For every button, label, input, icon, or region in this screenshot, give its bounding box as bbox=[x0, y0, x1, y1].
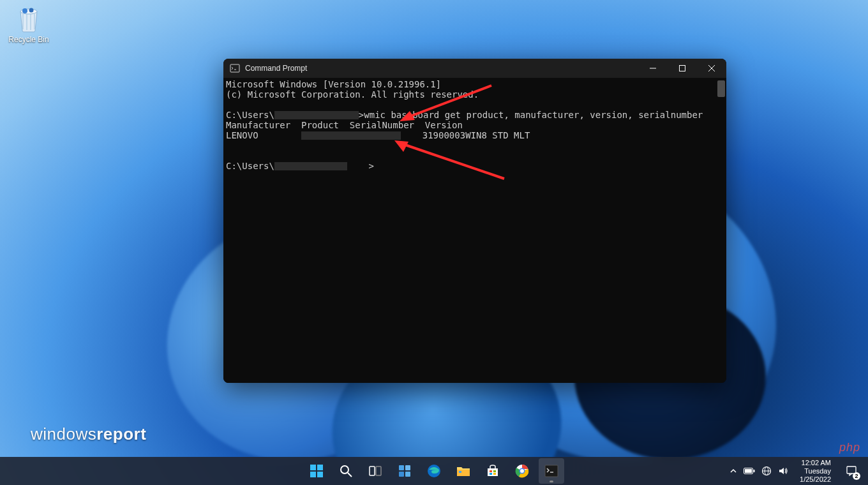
network-icon bbox=[761, 466, 772, 476]
svg-point-33 bbox=[520, 469, 524, 473]
svg-rect-29 bbox=[490, 473, 492, 475]
svg-rect-26 bbox=[459, 471, 461, 473]
svg-point-1 bbox=[22, 8, 27, 13]
svg-marker-9 bbox=[400, 111, 415, 121]
edge-button[interactable] bbox=[421, 458, 447, 484]
command-prompt-taskbar-button[interactable] bbox=[539, 458, 564, 484]
window-titlebar[interactable]: Command Prompt bbox=[223, 59, 726, 78]
svg-line-10 bbox=[403, 144, 504, 179]
window-title: Command Prompt bbox=[245, 64, 307, 73]
vertical-scrollbar[interactable] bbox=[717, 79, 725, 382]
svg-line-8 bbox=[407, 86, 491, 117]
redacted-product-serial bbox=[301, 131, 401, 140]
clock-day: Tuesday bbox=[800, 467, 831, 475]
annotation-arrow bbox=[389, 138, 511, 191]
clock-time: 12:02 AM bbox=[800, 459, 831, 467]
redacted-username bbox=[274, 111, 359, 119]
active-indicator bbox=[550, 481, 553, 482]
task-view-button[interactable] bbox=[363, 458, 388, 484]
minimize-button[interactable] bbox=[638, 59, 668, 78]
file-explorer-button[interactable] bbox=[451, 458, 476, 484]
search-button[interactable] bbox=[333, 458, 359, 484]
chrome-button[interactable] bbox=[509, 458, 535, 484]
svg-rect-30 bbox=[493, 473, 496, 475]
cmd-icon bbox=[230, 63, 240, 73]
widgets-button[interactable] bbox=[392, 458, 417, 484]
system-tray[interactable] bbox=[726, 459, 792, 482]
svg-rect-28 bbox=[493, 470, 496, 472]
recycle-bin-icon[interactable]: Recycle Bin bbox=[4, 4, 54, 44]
svg-rect-37 bbox=[745, 469, 752, 473]
svg-point-16 bbox=[341, 466, 348, 474]
svg-rect-15 bbox=[317, 472, 323, 477]
close-button[interactable] bbox=[697, 59, 726, 78]
svg-rect-21 bbox=[405, 465, 410, 470]
svg-line-17 bbox=[348, 473, 352, 477]
notification-badge: 2 bbox=[853, 472, 860, 480]
clock-date: 1/25/2022 bbox=[800, 475, 831, 484]
redacted-username bbox=[274, 162, 347, 170]
svg-rect-13 bbox=[317, 465, 323, 470]
store-button[interactable] bbox=[480, 458, 505, 484]
taskbar-center bbox=[304, 457, 564, 485]
svg-rect-19 bbox=[376, 466, 381, 475]
svg-rect-14 bbox=[310, 472, 316, 477]
watermark-windowsreport: windowsreport bbox=[31, 424, 146, 444]
annotation-arrow bbox=[396, 82, 498, 129]
svg-rect-5 bbox=[680, 66, 685, 71]
svg-rect-23 bbox=[405, 472, 410, 477]
svg-rect-20 bbox=[399, 465, 404, 470]
notifications-button[interactable]: 2 bbox=[839, 458, 864, 484]
svg-point-2 bbox=[29, 8, 34, 13]
start-button[interactable] bbox=[304, 458, 329, 484]
desktop[interactable]: Recycle Bin Command Prompt Microsoft Win… bbox=[0, 0, 868, 485]
svg-rect-12 bbox=[310, 465, 316, 470]
svg-rect-36 bbox=[754, 470, 755, 472]
svg-rect-18 bbox=[370, 466, 375, 475]
svg-rect-3 bbox=[230, 64, 239, 72]
recycle-bin-label: Recycle Bin bbox=[4, 35, 54, 44]
taskbar-clock[interactable]: 12:02 AM Tuesday 1/25/2022 bbox=[796, 459, 835, 484]
maximize-button[interactable] bbox=[668, 59, 697, 78]
chevron-up-icon bbox=[730, 467, 737, 475]
svg-rect-34 bbox=[545, 465, 558, 477]
volume-icon bbox=[778, 466, 788, 476]
taskbar[interactable]: 12:02 AM Tuesday 1/25/2022 2 bbox=[0, 457, 868, 485]
svg-rect-22 bbox=[399, 472, 404, 477]
watermark-php: php bbox=[839, 441, 860, 454]
scrollbar-thumb[interactable] bbox=[717, 80, 725, 97]
battery-icon bbox=[744, 467, 755, 475]
taskbar-right: 12:02 AM Tuesday 1/25/2022 2 bbox=[726, 457, 864, 485]
trash-icon bbox=[14, 4, 43, 33]
svg-rect-27 bbox=[490, 470, 492, 472]
